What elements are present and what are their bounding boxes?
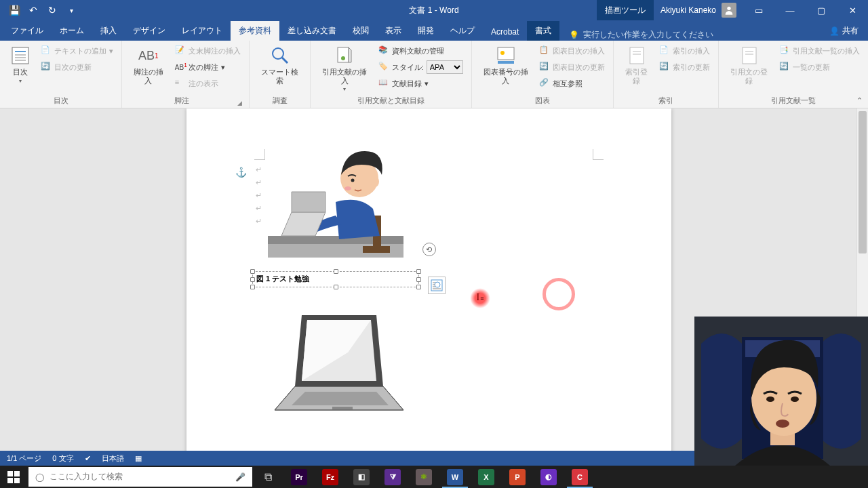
- ribbon-display-options[interactable]: ▭: [743, 0, 774, 20]
- resize-handle[interactable]: [250, 269, 255, 274]
- tab-design[interactable]: デザイン: [125, 21, 174, 41]
- caption-number: 図 1: [256, 274, 270, 283]
- anchor-icon: ⚓: [235, 167, 247, 178]
- macro-icon: ▦: [135, 454, 142, 463]
- layout-options-button[interactable]: [428, 277, 446, 294]
- taskbar-app-excel[interactable]: X: [471, 466, 502, 488]
- taskbar-search-placeholder: ここに入力して検索: [50, 471, 123, 483]
- tab-view[interactable]: 表示: [377, 21, 410, 41]
- insert-caption-button[interactable]: 図表番号の挿入: [477, 43, 534, 86]
- resize-handle[interactable]: [416, 277, 421, 282]
- resize-handle[interactable]: [250, 285, 255, 289]
- share-button[interactable]: 👤 共有: [820, 21, 868, 41]
- insert-tof-button[interactable]: 📋図表目次の挿入: [536, 43, 608, 58]
- tab-mailings[interactable]: 差し込み文書: [279, 21, 344, 41]
- taskbar-app-word[interactable]: W: [439, 466, 471, 488]
- update-toc-button[interactable]: 🔄目次の更新: [38, 60, 116, 75]
- taskbar-app-premiere[interactable]: Pr: [283, 466, 315, 488]
- taskbar-app-filezilla[interactable]: Fz: [315, 466, 346, 488]
- tab-help[interactable]: ヘルプ: [442, 21, 483, 41]
- taskbar-app-powerpoint[interactable]: P: [502, 466, 533, 488]
- caption-text-box[interactable]: 図 1 テスト勉強: [251, 270, 420, 289]
- bibliography-button[interactable]: 📖文献目録 ▾: [376, 76, 466, 91]
- tab-file[interactable]: ファイル: [3, 21, 52, 41]
- insert-citation-button[interactable]: 引用文献の挿入 ▾: [316, 43, 372, 94]
- next-footnote-button[interactable]: AB1次の脚注 ▾: [172, 60, 243, 75]
- taskbar-search[interactable]: ◯ ここに入力して検索 🎤: [28, 467, 252, 487]
- svg-rect-38: [7, 471, 13, 476]
- document-page[interactable]: ⚓ ↵↵↵↵↵: [186, 108, 671, 466]
- update-tof-button[interactable]: 🔄図表目次の更新: [536, 60, 608, 75]
- taskbar-app-sublime[interactable]: ◧: [346, 466, 377, 488]
- taskbar-app-camtasia[interactable]: C: [564, 466, 595, 488]
- image-laptop[interactable]: [268, 305, 410, 420]
- svg-rect-26: [431, 280, 442, 291]
- toc-label: 目次: [13, 68, 28, 77]
- taskbar: ◯ ここに入力して検索 🎤 ⧉ Pr Fz ◧ ⧩ ⚛ W X P ◐ C: [0, 466, 868, 488]
- mark-citation-button[interactable]: 引用文の登録: [724, 43, 774, 86]
- account-area[interactable]: Akiyuki Kaneko: [654, 3, 743, 18]
- update-index-button[interactable]: 🔄索引の更新: [656, 60, 713, 75]
- mark-citation-icon: [738, 45, 760, 66]
- tab-layout[interactable]: レイアウト: [174, 21, 231, 41]
- resize-handle[interactable]: [416, 269, 421, 274]
- citation-style-row: 🏷️ スタイル: APA: [376, 60, 466, 75]
- resize-handle[interactable]: [416, 285, 421, 289]
- minimize-button[interactable]: —: [774, 0, 806, 20]
- account-name: Akiyuki Kaneko: [660, 5, 716, 15]
- smart-lookup-button[interactable]: スマート検索: [255, 43, 304, 86]
- tab-acrobat[interactable]: Acrobat: [483, 23, 527, 41]
- status-spellcheck[interactable]: ✔: [85, 454, 91, 463]
- insert-footnote-button[interactable]: AB1 脚注の挿入: [127, 43, 170, 86]
- tab-home[interactable]: ホーム: [52, 21, 92, 41]
- resize-handle[interactable]: [334, 285, 338, 289]
- task-view-button[interactable]: ⧉: [252, 466, 283, 488]
- add-text-button[interactable]: 📄テキストの追加 ▾: [38, 43, 116, 58]
- taskbar-app-visualstudio[interactable]: ⧩: [377, 466, 408, 488]
- tab-references[interactable]: 参考資料: [231, 21, 279, 41]
- svg-point-46: [766, 396, 774, 402]
- taskbar-app-recorder[interactable]: ◐: [533, 466, 564, 488]
- tab-insert[interactable]: 挿入: [92, 21, 125, 41]
- insert-toa-button[interactable]: 📑引用文献一覧の挿入: [776, 43, 863, 58]
- collapse-ribbon-button[interactable]: ⌃: [854, 95, 865, 106]
- tab-format[interactable]: 書式: [527, 21, 559, 41]
- manage-sources-button[interactable]: 📚資料文献の管理: [376, 43, 466, 58]
- insert-endnote-button[interactable]: 📝文末脚注の挿入: [172, 43, 243, 58]
- close-button[interactable]: ✕: [837, 0, 868, 20]
- caption-text[interactable]: 図 1 テスト勉強: [256, 274, 309, 284]
- tell-me-box[interactable]: 💡 実行したい作業を入力してください: [569, 29, 820, 41]
- footnote-dialog-launcher[interactable]: ◢: [236, 100, 243, 108]
- show-notes-label: 注の表示: [189, 79, 218, 89]
- mark-index-entry-button[interactable]: 索引登録: [619, 43, 654, 86]
- redo-button[interactable]: ↻: [43, 1, 61, 19]
- citation-style-select[interactable]: APA: [427, 60, 463, 74]
- status-word-count[interactable]: 0 文字: [52, 453, 73, 464]
- maximize-button[interactable]: ▢: [806, 0, 837, 20]
- taskbar-app-atom[interactable]: ⚛: [408, 466, 439, 488]
- rotate-handle[interactable]: ⟲: [422, 243, 436, 256]
- cross-reference-button[interactable]: 🔗相互参照: [536, 76, 608, 91]
- mark-index-icon: [626, 45, 648, 66]
- insert-index-button[interactable]: 📄索引の挿入: [656, 43, 713, 58]
- svg-point-6: [273, 48, 283, 59]
- insert-citation-label: 引用文献の挿入: [319, 68, 370, 85]
- update-toa-button[interactable]: 🔄一覧の更新: [776, 60, 863, 75]
- tab-review[interactable]: 校閲: [344, 21, 377, 41]
- resize-handle[interactable]: [334, 269, 338, 274]
- status-macro[interactable]: ▦: [135, 454, 142, 463]
- save-button[interactable]: 💾: [5, 1, 23, 19]
- endnote-icon: 📝: [175, 45, 186, 56]
- status-page[interactable]: 1/1 ページ: [7, 453, 41, 464]
- resize-handle[interactable]: [250, 277, 255, 282]
- taskview-icon: ⧉: [264, 471, 272, 483]
- tab-developer[interactable]: 開発: [410, 21, 442, 41]
- toc-button[interactable]: 目次 ▾: [5, 43, 35, 85]
- show-notes-button[interactable]: ≡注の表示: [172, 76, 243, 91]
- scrollbar-thumb[interactable]: [859, 111, 867, 253]
- undo-button[interactable]: ↶: [24, 1, 42, 19]
- image-person-studying[interactable]: [261, 141, 410, 263]
- qat-customize[interactable]: ▾: [62, 1, 80, 19]
- start-button[interactable]: [0, 466, 27, 488]
- status-language[interactable]: 日本語: [102, 453, 124, 464]
